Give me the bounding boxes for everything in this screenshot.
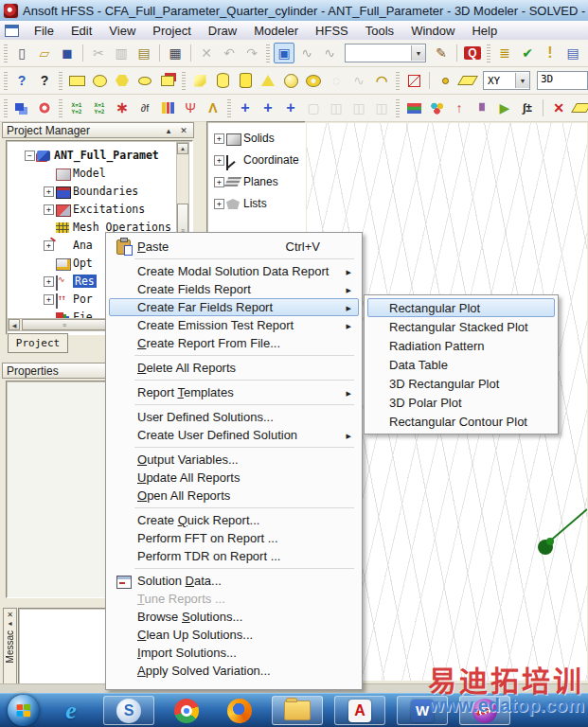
toolbar-grip[interactable] — [59, 71, 62, 90]
antenna-setup-button[interactable]: Ψ — [180, 98, 201, 118]
plot-mesh-button[interactable]: Ⅲ — [472, 98, 492, 118]
draw-region-button[interactable] — [157, 70, 178, 91]
project-tab[interactable]: Project — [8, 333, 68, 353]
solve-sweep-button[interactable]: X=1Y=2 — [89, 98, 110, 118]
draw-plane-button[interactable] — [457, 70, 478, 91]
toolbar-grip[interactable] — [487, 44, 490, 62]
duplicate-vector-button[interactable]: ◫ — [371, 98, 392, 118]
toolbar-grip[interactable] — [4, 71, 8, 90]
draw-torus-button[interactable] — [303, 70, 324, 91]
draw-cylinder-button[interactable] — [212, 70, 233, 91]
boolean-operations-button[interactable] — [11, 98, 32, 118]
duplicate-mirror-button[interactable]: ◫ — [326, 98, 347, 118]
menu-help[interactable]: Help — [463, 22, 506, 40]
expand-toggle-icon[interactable]: + — [44, 240, 54, 251]
context-item-import-solutions[interactable]: Import Solutions... — [109, 644, 359, 662]
submenu-item-3d-polar-plot[interactable]: 3D Polar Plot — [367, 393, 555, 412]
menu-hfss[interactable]: HFSS — [307, 22, 357, 40]
move-x-button[interactable]: + — [235, 98, 256, 118]
expand-toggle-icon[interactable]: + — [214, 177, 224, 187]
expand-toggle-icon[interactable]: + — [44, 204, 54, 215]
dropdown-arrow-icon[interactable]: ▼ — [515, 73, 529, 88]
context-item-clean-up-solutions[interactable]: Clean Up Solutions... — [109, 626, 359, 644]
context-item-apply-solved-variation[interactable]: Apply Solved Variation... — [109, 662, 359, 680]
edit-properties-button[interactable]: ? — [11, 70, 32, 91]
context-item-perform-fft-on-report[interactable]: Perform FFT on Report ... — [109, 529, 359, 547]
draw-rectangle-button[interactable] — [66, 70, 87, 91]
context-item-browse-solutions[interactable]: Browse Solutions... — [109, 608, 359, 626]
context-item-create-report-from-file[interactable]: Create Report From File... — [109, 334, 359, 352]
submenu-item-radiation-pattern[interactable]: Radiation Pattern — [367, 336, 555, 355]
draw-polygon-button[interactable] — [112, 70, 133, 91]
draw-box-button[interactable] — [189, 70, 210, 91]
taskbar-internet-explorer[interactable]: e — [50, 696, 92, 725]
scroll-up-icon[interactable]: ▲ — [177, 143, 188, 154]
particle-plot-button[interactable] — [426, 98, 447, 118]
remote-analyze-button[interactable]: ∿ — [296, 43, 317, 63]
taskbar-firefox[interactable] — [219, 696, 260, 725]
derivatives-button[interactable]: ∂f — [134, 98, 155, 118]
toolbar-grip[interactable] — [396, 71, 400, 90]
scroll-left-icon[interactable]: ◀ — [9, 319, 20, 330]
toolbar-grip[interactable] — [396, 98, 400, 117]
context-item-user-defined-solutions[interactable]: User Defined Solutions... — [109, 408, 359, 426]
draw-helix-button[interactable]: ∿ — [348, 70, 369, 91]
expand-toggle-icon[interactable]: + — [44, 294, 54, 305]
expand-toggle-icon[interactable]: + — [44, 276, 54, 287]
toolbar-grip[interactable] — [266, 44, 270, 62]
tree-item-model[interactable]: Model — [8, 166, 189, 183]
collapse-message-icon[interactable]: ◂ — [8, 619, 11, 628]
expand-toggle-icon[interactable]: + — [214, 199, 224, 209]
analyze-all-button[interactable]: ! — [540, 43, 561, 63]
expand-toggle-icon[interactable]: + — [214, 155, 224, 166]
taskbar-sogou-browser[interactable]: S — [103, 696, 154, 725]
calculator-button[interactable]: ∫± — [517, 98, 538, 118]
start-button[interactable] — [8, 695, 39, 726]
mdi-child-icon[interactable] — [5, 25, 19, 37]
wave-setup-button[interactable]: Λ — [203, 98, 223, 118]
context-item-solution-data[interactable]: Solution Data... — [109, 572, 359, 590]
context-item-paste[interactable]: PasteCtrl+V — [109, 238, 359, 256]
context-item-perform-tdr-on-report[interactable]: Perform TDR on Report ... — [109, 547, 359, 565]
context-item-tune-reports[interactable]: Tune Reports ... — [109, 590, 359, 608]
toolbar-grip[interactable] — [59, 98, 62, 117]
title-bar[interactable]: Ansoft HFSS - CFA_Full_Parameter_Quarter… — [0, 0, 588, 22]
draw-ellipse-button[interactable] — [89, 70, 110, 91]
context-item-open-all-reports[interactable]: Open All Reports — [109, 487, 359, 505]
draw-cone-button[interactable] — [258, 70, 278, 91]
view-mode-field[interactable]: 3D — [537, 71, 588, 90]
distributed-analyze-button[interactable]: ∿ — [319, 43, 340, 63]
menu-view[interactable]: View — [100, 22, 144, 40]
submenu-item-rectangular-contour-plot[interactable]: Rectangular Contour Plot — [367, 412, 555, 431]
taskbar-adobe-reader[interactable]: A — [334, 696, 385, 725]
validation-button[interactable]: ✎ — [431, 43, 452, 63]
analyze-button[interactable]: ▣ — [274, 43, 294, 63]
close-message-icon[interactable]: ✕ — [7, 611, 13, 619]
project-manager-header[interactable]: Project Manager ▴ ✕ — [2, 122, 194, 138]
context-help-button[interactable]: ? — [34, 70, 55, 91]
clear-fields-button[interactable]: ✕ — [548, 98, 569, 118]
toolbar-grip[interactable] — [4, 44, 8, 62]
paste-button[interactable]: ▤ — [134, 43, 154, 63]
context-item-report-templates[interactable]: Report Templates▶ — [109, 383, 359, 401]
draw-wirebox-button[interactable] — [403, 70, 424, 91]
copy-button[interactable]: ▥ — [111, 43, 132, 63]
tree-item-solids[interactable]: +Solids — [208, 131, 302, 150]
context-item-create-modal-solution-data-report[interactable]: Create Modal Solution Data Report▶ — [109, 262, 359, 280]
draw-spiral-button[interactable]: ◌ — [326, 70, 347, 91]
plot-field-button[interactable]: ↑ — [449, 98, 470, 118]
modify-plane-button[interactable] — [571, 98, 588, 118]
delete-button[interactable]: ✕ — [196, 43, 217, 63]
submenu-item-rectangular-stacked-plot[interactable]: Rectangular Stacked Plot — [367, 317, 555, 336]
menu-edit[interactable]: Edit — [62, 22, 100, 40]
close-panel-icon[interactable]: ✕ — [178, 126, 189, 135]
toolbar-grip[interactable] — [227, 98, 231, 117]
redo-button[interactable]: ↷ — [241, 43, 262, 63]
toolbar-grip[interactable] — [182, 71, 186, 90]
draw-point-button[interactable] — [435, 70, 455, 91]
tree-item-excitations[interactable]: +Excitations — [8, 202, 189, 219]
toolbar-grip[interactable] — [4, 98, 8, 117]
expand-toggle-icon[interactable]: + — [214, 133, 224, 144]
context-item-output-variables[interactable]: Output Variables... — [109, 451, 359, 469]
animate-button[interactable]: ▶ — [494, 98, 515, 118]
